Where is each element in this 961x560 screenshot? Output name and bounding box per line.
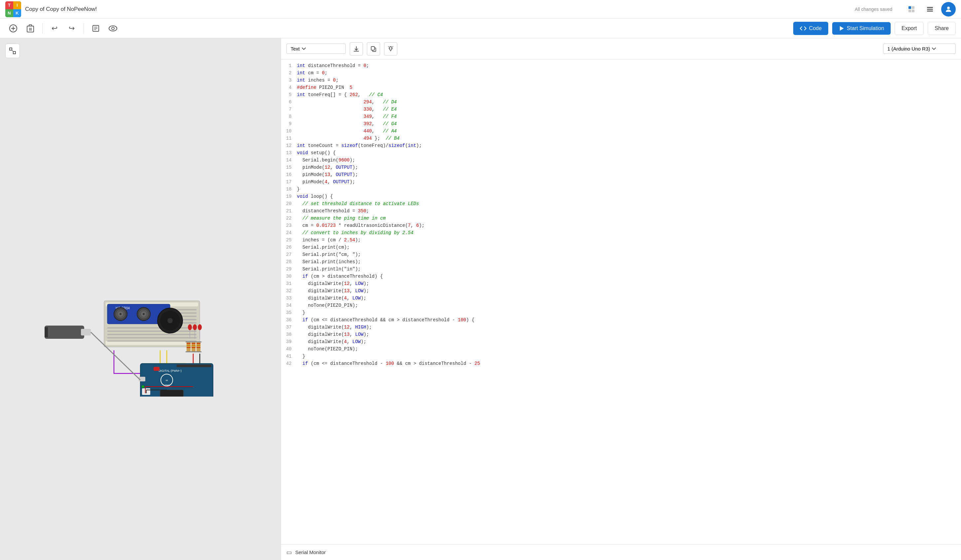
svg-rect-78 (196, 342, 201, 342)
delete-btn[interactable] (22, 21, 38, 36)
code-button[interactable]: Code (793, 22, 828, 35)
svg-point-58 (167, 318, 173, 323)
line-number: 28 (281, 258, 297, 265)
svg-point-50 (119, 313, 122, 315)
line-number: 18 (281, 186, 297, 193)
svg-rect-44 (107, 340, 196, 342)
svg-rect-81 (196, 345, 201, 346)
fit-view-button[interactable] (5, 43, 20, 58)
line-content: digitalWrite(4, LOW); (297, 338, 961, 345)
circuit-diagram: HC-SR04 (41, 225, 239, 390)
code-line: 13void setup() { (281, 149, 961, 157)
svg-rect-75 (191, 345, 196, 346)
copy-btn[interactable] (367, 42, 380, 56)
chevron-down-icon (302, 48, 306, 50)
toolbar: ↩ ↪ Code Start Simulation (0, 19, 961, 38)
start-simulation-button[interactable]: Start Simulation (832, 22, 891, 35)
svg-rect-74 (191, 343, 196, 344)
list-view-btn[interactable] (923, 2, 937, 16)
line-number: 9 (281, 120, 297, 127)
line-content: int inches = 0; (297, 77, 961, 84)
line-number: 2 (281, 69, 297, 77)
line-content: #define PIEZO_PIN 5 (297, 84, 961, 91)
view-mode-dropdown[interactable]: Text (286, 43, 346, 54)
code-line: 33 digitalWrite(4, LOW); (281, 295, 961, 302)
line-content: Serial.println("in"); (297, 265, 961, 273)
code-line: 26 Serial.print(cm); (281, 244, 961, 251)
line-number: 16 (281, 171, 297, 178)
line-content: // set threshold distance to activate LE… (297, 200, 961, 207)
code-line: 23 cm = 0.01723 * readUltrasonicDistance… (281, 222, 961, 229)
line-number: 32 (281, 287, 297, 295)
notes-btn[interactable] (88, 21, 104, 36)
start-sim-label: Start Simulation (847, 26, 884, 31)
top-bar: T I N K Copy of Copy of NoPeeNow! All ch… (0, 0, 961, 19)
line-content: noTone(PIEZO_PIN); (297, 345, 961, 353)
line-number: 42 (281, 360, 297, 367)
line-number: 20 (281, 200, 297, 207)
line-content: void setup() { (297, 149, 961, 157)
code-line: 3int inches = 0; (281, 77, 961, 84)
toolbar-separator-1 (42, 23, 43, 34)
export-button[interactable]: Export (895, 22, 924, 35)
line-number: 19 (281, 193, 297, 200)
line-content: } (297, 309, 961, 316)
code-line: 12int toneCount = sizeof(toneFreq)/sizeo… (281, 142, 961, 149)
line-content: Serial.print(inches); (297, 258, 961, 265)
code-line: 21 distanceThreshold = 350; (281, 207, 961, 215)
line-content: cm = 0.01723 * readUltrasonicDistance(7,… (297, 222, 961, 229)
device-selector[interactable]: 1 (Arduino Uno R3) (883, 43, 956, 54)
undo-btn[interactable]: ↩ (47, 21, 63, 36)
code-line: 31 digitalWrite(12, LOW); (281, 280, 961, 287)
svg-text:DIGITAL (PWM~): DIGITAL (PWM~) (159, 369, 182, 372)
code-line: 19void loop() { (281, 193, 961, 200)
svg-point-60 (193, 324, 197, 330)
line-number: 26 (281, 244, 297, 251)
line-number: 22 (281, 215, 297, 222)
add-components-btn[interactable] (5, 21, 21, 36)
line-number: 41 (281, 353, 297, 360)
code-line: 38 digitalWrite(13, LOW); (281, 331, 961, 338)
svg-point-59 (188, 324, 192, 330)
serial-monitor-bar[interactable]: ▭ Serial Monitor (281, 544, 961, 560)
line-content: Serial.print(cm); (297, 244, 961, 251)
line-content: Serial.begin(9600); (297, 157, 961, 164)
line-number: 34 (281, 302, 297, 309)
user-avatar[interactable] (941, 2, 956, 16)
line-number: 25 (281, 236, 297, 244)
line-content: Serial.print("cm, "); (297, 251, 961, 258)
debug-btn[interactable] (384, 42, 397, 56)
svg-point-54 (143, 313, 145, 315)
logo-n: N (5, 9, 13, 17)
serial-monitor-icon: ▭ (286, 549, 292, 556)
line-content: int toneFreq[] = { 262, // C4 (297, 91, 961, 98)
code-editor[interactable]: 1int distanceThreshold = 0;2int cm = 0;3… (281, 59, 961, 544)
code-line: 27 Serial.print("cm, "); (281, 251, 961, 258)
code-line: 11 494 }; // B4 (281, 135, 961, 142)
canvas-area[interactable]: HC-SR04 (0, 38, 281, 560)
svg-rect-1 (912, 6, 914, 9)
share-button[interactable]: Share (928, 22, 956, 35)
line-content: int distanceThreshold = 0; (297, 62, 961, 69)
svg-rect-70 (186, 347, 191, 348)
line-number: 37 (281, 324, 297, 331)
code-line: 42 if (cm <= distanceThreshold - 100 && … (281, 360, 961, 367)
svg-marker-25 (840, 26, 844, 31)
svg-rect-42 (107, 334, 196, 335)
svg-rect-6 (927, 11, 933, 11)
line-content: if (cm <= distanceThreshold && cm > dist… (297, 316, 961, 324)
eye-btn[interactable] (105, 21, 121, 36)
code-line: 34 noTone(PIEZO_PIN); (281, 302, 961, 309)
svg-rect-80 (196, 343, 201, 344)
svg-point-61 (198, 324, 202, 330)
svg-rect-68 (186, 343, 191, 344)
redo-btn[interactable]: ↪ (64, 21, 80, 36)
svg-rect-3 (912, 10, 914, 12)
download-btn[interactable] (350, 42, 363, 56)
grid-view-btn[interactable] (904, 2, 919, 16)
code-line: 9 392, // G4 (281, 120, 961, 127)
svg-point-103 (142, 385, 144, 388)
svg-rect-0 (908, 6, 911, 9)
line-number: 27 (281, 251, 297, 258)
line-number: 1 (281, 62, 297, 69)
